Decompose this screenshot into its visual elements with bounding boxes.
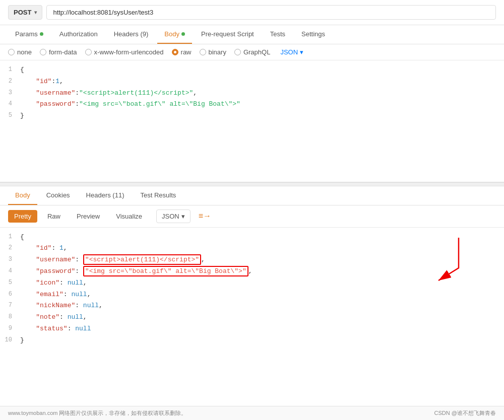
req-linenum-5: 5: [0, 111, 20, 120]
response-json-chevron: ▾: [181, 213, 185, 220]
binary-label: binary: [209, 48, 226, 56]
res-linenum-10: 10: [0, 335, 20, 345]
res-linenum-6: 6: [0, 290, 20, 299]
option-raw[interactable]: raw: [172, 48, 192, 56]
res-line-5: 5 "icon": null,: [0, 277, 504, 289]
format-visualize-btn[interactable]: Visualize: [110, 210, 148, 223]
res-line-7: 7 "nickName": null,: [0, 300, 504, 312]
format-pretty-btn[interactable]: Pretty: [8, 210, 37, 223]
wrap-icon[interactable]: ≡→: [199, 212, 211, 221]
response-toolbar: Pretty Raw Preview Visualize JSON ▾ ≡→: [0, 205, 504, 228]
urlencoded-radio[interactable]: [85, 49, 92, 55]
url-bar: POST ▾: [0, 0, 504, 25]
tab-prerequest[interactable]: Pre-request Script: [194, 25, 261, 44]
res-line-6: 6 "email": null,: [0, 289, 504, 301]
response-tab-cookies-label: Cookies: [46, 191, 70, 199]
tab-body-label: Body: [164, 30, 179, 38]
res-content-4: "password": "<img src=\"boat.gif\" alt=\…: [20, 266, 253, 277]
option-form-data[interactable]: form-data: [40, 48, 77, 56]
body-dot: [181, 32, 185, 36]
option-graphql[interactable]: GraphQL: [234, 48, 270, 56]
res-line-4: 4 "password": "<img src=\"boat.gif\" alt…: [0, 266, 504, 277]
format-preview-btn[interactable]: Preview: [71, 210, 106, 223]
tab-params[interactable]: Params: [8, 25, 50, 44]
json-type-label: JSON: [280, 48, 298, 56]
footer: www.toymoban.com 网络图片仅供展示，非存储，如有侵权请联系删除。…: [0, 406, 504, 420]
option-none[interactable]: none: [8, 48, 32, 56]
res-content-1: {: [20, 232, 24, 243]
response-tab-body-label: Body: [15, 191, 30, 199]
res-linenum-2: 2: [0, 243, 20, 253]
binary-radio[interactable]: [200, 49, 206, 55]
option-binary[interactable]: binary: [200, 48, 226, 56]
response-tab-headers[interactable]: Headers (11): [79, 186, 132, 205]
method-label: POST: [14, 9, 31, 16]
req-linenum-1: 1: [0, 65, 20, 75]
tab-settings-label: Settings: [301, 30, 325, 38]
res-line-9: 9 "status": null: [0, 323, 504, 335]
none-label: none: [17, 48, 32, 56]
footer-right: CSDN @谁不想飞舞青春: [434, 409, 496, 417]
format-raw-btn[interactable]: Raw: [41, 210, 67, 223]
response-tabs-row: Body Cookies Headers (11) Test Results: [0, 186, 504, 205]
tab-headers[interactable]: Headers (9): [107, 25, 156, 44]
method-select[interactable]: POST ▾: [8, 5, 42, 20]
req-content-1: {: [20, 65, 24, 76]
url-input[interactable]: [46, 5, 496, 20]
res-linenum-5: 5: [0, 278, 20, 288]
response-tab-testresults[interactable]: Test Results: [133, 186, 183, 205]
urlencoded-label: x-www-form-urlencoded: [94, 48, 164, 56]
none-radio[interactable]: [8, 49, 15, 55]
res-line-2: 2 "id": 1,: [0, 243, 504, 254]
json-type-chevron: ▾: [300, 48, 303, 56]
graphql-label: GraphQL: [243, 48, 270, 56]
res-content-2: "id": 1,: [20, 243, 68, 254]
request-code-editor[interactable]: 1 { 2 "id":1, 3 "username":"<script>aler…: [0, 60, 504, 182]
raw-radio[interactable]: [172, 49, 178, 55]
section-divider: [0, 182, 504, 186]
tab-authorization-label: Authorization: [59, 30, 98, 38]
tab-tests-label: Tests: [270, 30, 285, 38]
params-dot: [40, 32, 43, 36]
raw-label: raw: [181, 48, 192, 56]
req-line-4: 4 "password":"<img src=\"boat.gif\" alt=…: [0, 99, 504, 110]
tab-tests[interactable]: Tests: [263, 25, 292, 44]
tab-body[interactable]: Body: [157, 25, 192, 44]
res-line-1: 1 {: [0, 232, 504, 243]
response-tab-body[interactable]: Body: [8, 186, 37, 205]
response-section: Body Cookies Headers (11) Test Results P…: [0, 186, 504, 406]
res-content-9: "status": null: [20, 324, 91, 334]
response-tab-cookies[interactable]: Cookies: [39, 186, 77, 205]
res-content-3: "username": "<script>alert(111)</script>…: [20, 255, 205, 265]
res-line-10: 10 }: [0, 335, 504, 346]
res-content-8: "note": null,: [20, 312, 87, 323]
response-code-wrapper: 1 { 2 "id": 1, 3 "username": "<script>al…: [0, 228, 504, 351]
res-linenum-8: 8: [0, 312, 20, 322]
option-urlencoded[interactable]: x-www-form-urlencoded: [85, 48, 164, 56]
response-json-label: JSON: [162, 213, 179, 220]
res-linenum-9: 9: [0, 324, 20, 333]
res-content-7: "nickName": null,: [20, 301, 103, 311]
response-json-dropdown[interactable]: JSON ▾: [156, 209, 191, 223]
req-linenum-4: 4: [0, 99, 20, 109]
body-options-row: none form-data x-www-form-urlencoded raw…: [0, 44, 504, 60]
res-line-8: 8 "note": null,: [0, 312, 504, 323]
form-data-radio[interactable]: [40, 49, 46, 55]
response-tab-headers-label: Headers (11): [86, 191, 124, 199]
req-content-4: "password":"<img src=\"boat.gif\" alt=\"…: [20, 99, 240, 110]
tab-headers-label: Headers (9): [114, 30, 149, 38]
req-linenum-3: 3: [0, 88, 20, 98]
tab-settings[interactable]: Settings: [294, 25, 332, 44]
tab-authorization[interactable]: Authorization: [52, 25, 105, 44]
res-content-5: "icon": null,: [20, 278, 87, 289]
response-tab-testresults-label: Test Results: [140, 191, 176, 199]
app-container: POST ▾ Params Authorization Headers (9) …: [0, 0, 504, 420]
res-linenum-7: 7: [0, 301, 20, 310]
json-type-selector[interactable]: JSON ▾: [280, 48, 303, 56]
res-linenum-1: 1: [0, 232, 20, 242]
graphql-radio[interactable]: [234, 49, 241, 55]
tab-prerequest-label: Pre-request Script: [201, 30, 254, 38]
footer-left: www.toymoban.com 网络图片仅供展示，非存储，如有侵权请联系删除。: [8, 409, 186, 417]
req-line-1: 1 {: [0, 64, 504, 76]
form-data-label: form-data: [49, 48, 77, 56]
